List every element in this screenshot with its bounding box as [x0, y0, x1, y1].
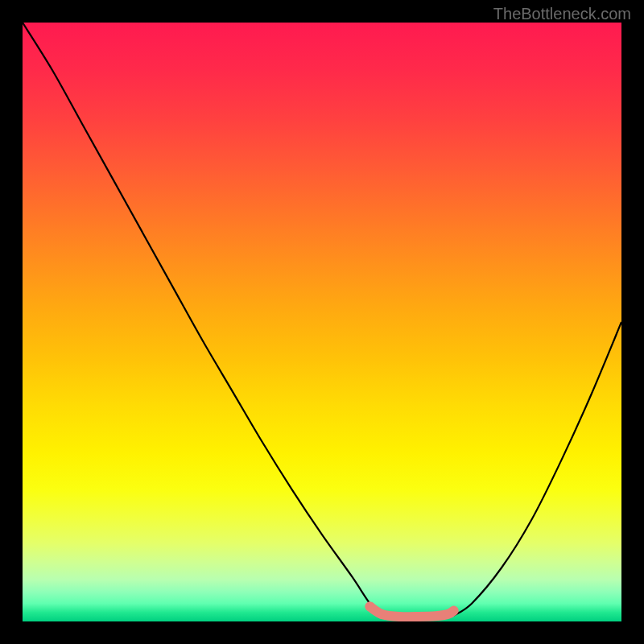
right-curve-line: [454, 322, 621, 616]
chart-plot-area: [23, 23, 621, 621]
chart-svg: [23, 23, 621, 621]
left-curve-line: [23, 23, 382, 616]
highlight-dot-left: [365, 601, 375, 611]
watermark-text: TheBottleneck.com: [493, 5, 631, 23]
highlight-dot-left2: [377, 609, 386, 619]
